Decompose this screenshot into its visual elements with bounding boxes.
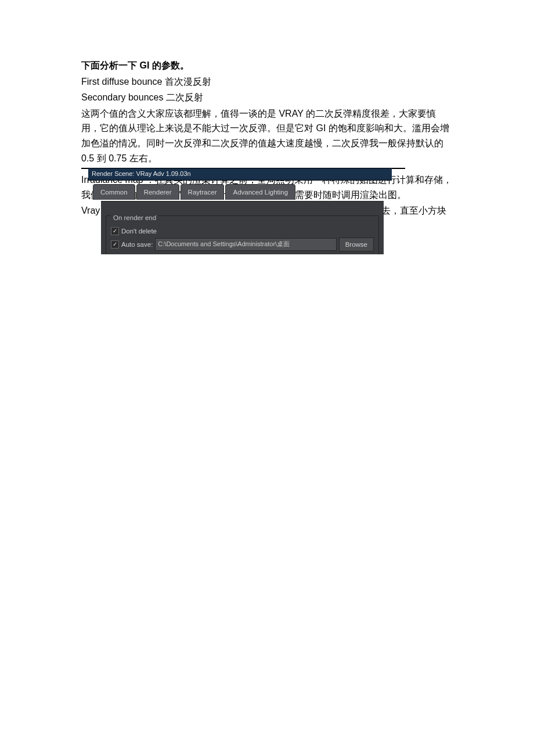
field-auto-save-path[interactable]: C:\Documents and Settings\Administrator\… (155, 238, 336, 251)
btn-browse[interactable]: Browse (339, 237, 374, 251)
lbl-auto-save: Auto save: (121, 239, 153, 250)
doc-header: 下面分析一下 GI 的参数。 (81, 58, 453, 73)
doc-para-1: 这两个值的含义大家应该都理解，值得一谈的是 VRAY 的二次反弹精度很差，大家要… (81, 106, 453, 165)
doc-line-2: Secondary bounces 二次反射 (81, 90, 453, 105)
lbl-switch-to-saved: Switch to saved map (129, 253, 191, 254)
tab-renderer[interactable]: Renderer (136, 184, 179, 200)
render-scene-window: Render Scene: VRay Adv 1.09.03n Common R… (81, 168, 405, 169)
group-title-on-render-end: On render end (111, 213, 158, 223)
group-on-render-end: On render end Don't delete Auto save: C:… (106, 215, 379, 254)
doc-line-1: First diffuse bounce 首次漫反射 (81, 74, 453, 89)
lbl-dont-delete: Don't delete (121, 226, 157, 236)
tab-bar: Common Renderer Raytracer Advanced Light… (93, 184, 387, 200)
window-title-bar[interactable]: Render Scene: VRay Adv 1.09.03n (88, 168, 392, 181)
chk-dont-delete[interactable] (111, 227, 119, 235)
tab-advanced-lighting[interactable]: Advanced Lighting (225, 184, 295, 200)
chk-auto-save[interactable] (111, 240, 119, 249)
tab-common[interactable]: Common (93, 184, 135, 200)
tab-raytracer[interactable]: Raytracer (181, 184, 225, 200)
window-title-text: Render Scene: VRay Adv 1.09.03n (92, 170, 191, 177)
